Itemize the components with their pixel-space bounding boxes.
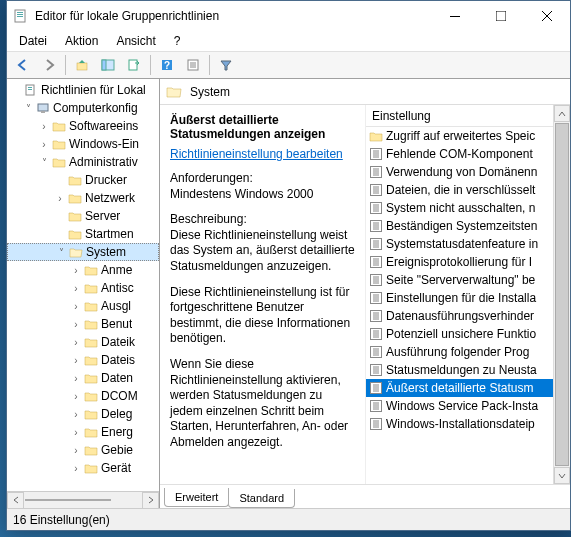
chevron-down-icon[interactable]: ˅ (21, 103, 35, 114)
list-item[interactable]: System nicht ausschalten, n (366, 199, 570, 217)
tree-horizontal-scrollbar[interactable] (7, 491, 159, 508)
chevron-down-icon[interactable]: ˅ (54, 247, 68, 258)
menu-file[interactable]: Datei (11, 32, 55, 50)
menu-action[interactable]: Aktion (57, 32, 106, 50)
tree-netzwerk[interactable]: › Netzwerk (7, 189, 159, 207)
show-hide-tree-button[interactable] (96, 54, 120, 76)
tree-sub-item[interactable]: ›Benut (7, 315, 159, 333)
window-controls (432, 1, 570, 31)
list-item[interactable]: Datenausführungsverhinder (366, 307, 570, 325)
list-item[interactable]: Zugriff auf erweitertes Speic (366, 127, 570, 145)
tree-sub-item[interactable]: ›Dateis (7, 351, 159, 369)
chevron-right-icon[interactable]: › (37, 139, 51, 150)
chevron-right-icon[interactable]: › (53, 193, 67, 204)
tree-computer-config[interactable]: ˅ Computerkonfig (7, 99, 159, 117)
list-item[interactable]: Systemstatusdatenfeature in (366, 235, 570, 253)
list-item[interactable]: Windows-Installationsdateip (366, 415, 570, 433)
tree-sub-item[interactable]: ›Gebie (7, 441, 159, 459)
chevron-right-icon[interactable]: › (69, 301, 83, 312)
chevron-right-icon[interactable]: › (69, 373, 83, 384)
list-item[interactable]: Ereignisprotokollierung für I (366, 253, 570, 271)
list-item[interactable]: Einstellungen für die Installa (366, 289, 570, 307)
tab-standard[interactable]: Standard (228, 489, 295, 508)
settings-list: Einstellung ^ Zugriff auf erweitertes Sp… (366, 105, 570, 484)
tree-sub-item[interactable]: ›Ausgl (7, 297, 159, 315)
tree-server[interactable]: Server (7, 207, 159, 225)
chevron-right-icon[interactable]: › (69, 265, 83, 276)
scroll-left-button[interactable] (7, 492, 24, 509)
list-item[interactable]: Fehlende COM-Komponent (366, 145, 570, 163)
tree-sub-item[interactable]: ›Daten (7, 369, 159, 387)
description-p2: Diese Richtlinieneinstellung ist für for… (170, 285, 355, 347)
list-item[interactable]: Statusmeldungen zu Neusta (366, 361, 570, 379)
menu-help[interactable]: ? (166, 32, 189, 50)
tree-sub-item[interactable]: ›Energ (7, 423, 159, 441)
chevron-right-icon[interactable]: › (69, 391, 83, 402)
chevron-right-icon[interactable]: › (69, 319, 83, 330)
export-button[interactable] (122, 54, 146, 76)
chevron-right-icon[interactable]: › (69, 283, 83, 294)
filter-button[interactable] (214, 54, 238, 76)
tree-label: Startmen (85, 227, 134, 241)
tree-sub-item[interactable]: ›Anme (7, 261, 159, 279)
list-item[interactable]: Verwendung von Domänenn (366, 163, 570, 181)
list-item[interactable]: Äußerst detaillierte Statusm (366, 379, 570, 397)
scroll-right-button[interactable] (142, 492, 159, 509)
tree-sub-item[interactable]: ›DCOM (7, 387, 159, 405)
close-button[interactable] (524, 1, 570, 30)
scroll-up-button[interactable] (554, 105, 570, 122)
list-item-label: Einstellungen für die Installa (386, 291, 536, 305)
list-body[interactable]: Zugriff auf erweitertes SpeicFehlende CO… (366, 127, 570, 484)
list-item[interactable]: Beständigen Systemzeitsten (366, 217, 570, 235)
folder-icon (83, 280, 99, 296)
description-p3: Wenn Sie diese Richtlinieneinstellung ak… (170, 357, 355, 451)
tree-sub-item[interactable]: ›Gerät (7, 459, 159, 477)
scrollbar-thumb[interactable] (25, 499, 111, 501)
svg-rect-23 (371, 149, 382, 160)
tree-admin[interactable]: ˅ Administrativ (7, 153, 159, 171)
tree-startmenu[interactable]: Startmen (7, 225, 159, 243)
chevron-right-icon[interactable]: › (69, 337, 83, 348)
list-item[interactable]: Dateien, die in verschlüsselt (366, 181, 570, 199)
chevron-right-icon[interactable]: › (69, 463, 83, 474)
chevron-right-icon[interactable]: › (69, 409, 83, 420)
chevron-right-icon[interactable]: › (69, 355, 83, 366)
list-item[interactable]: Potenziell unsichere Funktio (366, 325, 570, 343)
requirements-text: Mindestens Windows 2000 (170, 187, 313, 201)
tree-sub-item[interactable]: ›Antisc (7, 279, 159, 297)
tree-drucker[interactable]: Drucker (7, 171, 159, 189)
tree-scroll[interactable]: Richtlinien für Lokal ˅ Computerkonfig ›… (7, 79, 159, 491)
folder-icon (83, 442, 99, 458)
back-button[interactable] (11, 54, 35, 76)
view-tabs: Erweitert Standard (160, 484, 570, 508)
up-button[interactable] (70, 54, 94, 76)
list-item[interactable]: Seite "Serververwaltung" be (366, 271, 570, 289)
list-column-header[interactable]: Einstellung ^ (366, 105, 570, 127)
list-vertical-scrollbar[interactable] (553, 105, 570, 484)
chevron-right-icon[interactable]: › (69, 427, 83, 438)
properties-button[interactable] (181, 54, 205, 76)
tree-sub-item[interactable]: ›Deleg (7, 405, 159, 423)
tab-extended[interactable]: Erweitert (164, 488, 229, 507)
help-button[interactable]: ? (155, 54, 179, 76)
tree-windows[interactable]: › Windows-Ein (7, 135, 159, 153)
svg-text:?: ? (164, 60, 170, 71)
scroll-down-button[interactable] (554, 467, 570, 484)
tree-software[interactable]: › Softwareeins (7, 117, 159, 135)
tree-system[interactable]: ˅ System (7, 243, 159, 261)
scrollbar-thumb[interactable] (555, 123, 569, 466)
menu-view[interactable]: Ansicht (108, 32, 163, 50)
maximize-button[interactable] (478, 1, 524, 30)
tree-sub-item[interactable]: ›Dateik (7, 333, 159, 351)
tree-root[interactable]: Richtlinien für Lokal (7, 81, 159, 99)
chevron-right-icon[interactable]: › (37, 121, 51, 132)
minimize-button[interactable] (432, 1, 478, 30)
list-item[interactable]: Ausführung folgender Prog (366, 343, 570, 361)
tree-label: Energ (101, 425, 133, 439)
chevron-right-icon[interactable]: › (69, 445, 83, 456)
chevron-down-icon[interactable]: ˅ (37, 157, 51, 168)
forward-button[interactable] (37, 54, 61, 76)
edit-policy-link[interactable]: Richtlinieneinstellung bearbeiten (170, 147, 343, 161)
titlebar[interactable]: Editor für lokale Gruppenrichtlinien (7, 1, 570, 31)
list-item[interactable]: Windows Service Pack-Insta (366, 397, 570, 415)
